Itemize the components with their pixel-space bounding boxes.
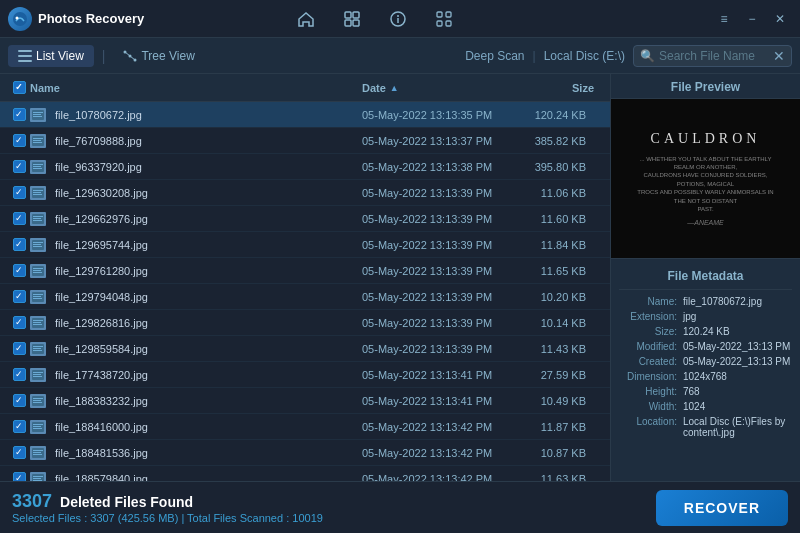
file-size: 10.49 KB xyxy=(541,395,594,407)
deep-scan-label: Deep Scan xyxy=(465,49,524,63)
svg-rect-80 xyxy=(33,480,42,481)
row-checkbox[interactable] xyxy=(13,446,26,459)
svg-rect-54 xyxy=(33,320,43,321)
scan-divider: | xyxy=(533,49,536,63)
row-checkbox[interactable] xyxy=(13,264,26,277)
svg-rect-9 xyxy=(437,12,442,17)
file-date: 05-May-2022 13:13:39 PM xyxy=(362,317,522,329)
col-size-label: Size xyxy=(572,82,594,94)
file-name: file_177438720.jpg xyxy=(55,369,362,381)
meta-label: Modified: xyxy=(619,341,683,352)
table-row[interactable]: file_129761280.jpg 05-May-2022 13:13:39 … xyxy=(0,258,610,284)
list-view-tab[interactable]: List View xyxy=(8,45,94,67)
row-checkbox[interactable] xyxy=(13,134,26,147)
main-layout: Name Date ▲ Size file_10780672.jpg 05-Ma… xyxy=(0,74,800,481)
file-icon xyxy=(30,186,46,200)
home-nav-btn[interactable] xyxy=(292,5,320,33)
file-icon xyxy=(30,264,46,278)
recover-button[interactable]: RECOVER xyxy=(656,490,788,526)
row-checkbox[interactable] xyxy=(13,342,26,355)
row-checkbox[interactable] xyxy=(13,316,26,329)
toolbar: List View | Tree View Deep Scan | Local … xyxy=(0,38,800,74)
file-list-body[interactable]: file_10780672.jpg 05-May-2022 13:13:35 P… xyxy=(0,102,610,481)
svg-rect-74 xyxy=(33,450,43,451)
metadata-row: Location: Local Disc (E:\)Files by conte… xyxy=(619,416,792,438)
col-size-header[interactable]: Size xyxy=(522,82,602,94)
row-checkbox[interactable] xyxy=(13,368,26,381)
table-row[interactable]: file_76709888.jpg 05-May-2022 13:13:37 P… xyxy=(0,128,610,154)
col-name-header[interactable]: Name xyxy=(30,82,362,94)
tree-view-tab[interactable]: Tree View xyxy=(113,45,204,67)
search-input[interactable] xyxy=(659,49,769,63)
file-size: 10.14 KB xyxy=(541,317,594,329)
svg-rect-72 xyxy=(33,428,42,429)
row-checkbox[interactable] xyxy=(13,472,26,481)
svg-rect-52 xyxy=(33,298,42,299)
row-checkbox[interactable] xyxy=(13,212,26,225)
list-view-label: List View xyxy=(36,49,84,63)
svg-rect-55 xyxy=(33,322,41,323)
table-row[interactable]: file_129794048.jpg 05-May-2022 13:13:39 … xyxy=(0,284,610,310)
table-row[interactable]: file_129695744.jpg 05-May-2022 13:13:39 … xyxy=(0,232,610,258)
metadata-rows: Name: file_10780672.jpg Extension: jpg S… xyxy=(619,296,792,438)
file-date: 05-May-2022 13:13:41 PM xyxy=(362,395,522,407)
file-name: file_188383232.jpg xyxy=(55,395,362,407)
file-date: 05-May-2022 13:13:41 PM xyxy=(362,369,522,381)
svg-rect-34 xyxy=(33,190,43,191)
svg-rect-60 xyxy=(33,350,42,351)
row-checkbox[interactable] xyxy=(13,394,26,407)
file-size: 27.59 KB xyxy=(541,369,594,381)
svg-rect-10 xyxy=(446,12,451,17)
table-row[interactable]: file_10780672.jpg 05-May-2022 13:13:35 P… xyxy=(0,102,610,128)
table-row[interactable]: file_129662976.jpg 05-May-2022 13:13:39 … xyxy=(0,206,610,232)
minimize-btn[interactable]: − xyxy=(740,7,764,31)
row-checkbox[interactable] xyxy=(13,420,26,433)
title-nav xyxy=(263,5,488,33)
file-icon xyxy=(30,160,46,174)
file-name: file_188416000.jpg xyxy=(55,421,362,433)
col-date-header[interactable]: Date ▲ xyxy=(362,82,522,94)
file-name: file_129859584.jpg xyxy=(55,343,362,355)
file-name: file_129826816.jpg xyxy=(55,317,362,329)
table-row[interactable]: file_129826816.jpg 05-May-2022 13:13:39 … xyxy=(0,310,610,336)
file-name: file_129794048.jpg xyxy=(55,291,362,303)
table-row[interactable]: file_96337920.jpg 05-May-2022 13:13:38 P… xyxy=(0,154,610,180)
svg-rect-50 xyxy=(33,294,43,295)
file-date: 05-May-2022 13:13:39 PM xyxy=(362,265,522,277)
file-icon xyxy=(30,420,46,434)
row-checkbox[interactable] xyxy=(13,238,26,251)
svg-rect-36 xyxy=(33,194,42,195)
svg-rect-31 xyxy=(33,166,41,167)
file-icon xyxy=(30,472,46,482)
svg-rect-75 xyxy=(33,452,41,453)
table-row[interactable]: file_129630208.jpg 05-May-2022 13:13:39 … xyxy=(0,180,610,206)
svg-rect-48 xyxy=(33,272,42,273)
meta-label: Size: xyxy=(619,326,683,337)
footer-label: Deleted Files Found xyxy=(60,494,193,510)
svg-rect-12 xyxy=(446,21,451,26)
file-list-header: Name Date ▲ Size xyxy=(0,74,610,102)
table-row[interactable]: file_188579840.jpg 05-May-2022 13:13:42 … xyxy=(0,466,610,481)
row-checkbox[interactable] xyxy=(13,160,26,173)
apps-nav-btn[interactable] xyxy=(430,5,458,33)
svg-rect-66 xyxy=(33,398,43,399)
table-row[interactable]: file_188481536.jpg 05-May-2022 13:13:42 … xyxy=(0,440,610,466)
file-size: 395.80 KB xyxy=(535,161,594,173)
search-box[interactable]: 🔍 ✕ xyxy=(633,45,792,67)
table-row[interactable]: file_129859584.jpg 05-May-2022 13:13:39 … xyxy=(0,336,610,362)
info-nav-btn[interactable] xyxy=(384,5,412,33)
svg-rect-76 xyxy=(33,454,42,455)
local-disc-label: Local Disc (E:\) xyxy=(544,49,625,63)
table-row[interactable]: file_188416000.jpg 05-May-2022 13:13:42 … xyxy=(0,414,610,440)
row-checkbox[interactable] xyxy=(13,290,26,303)
table-row[interactable]: file_177438720.jpg 05-May-2022 13:13:41 … xyxy=(0,362,610,388)
scan-nav-btn[interactable] xyxy=(338,5,366,33)
svg-line-20 xyxy=(130,56,135,60)
row-checkbox[interactable] xyxy=(13,108,26,121)
table-row[interactable]: file_188383232.jpg 05-May-2022 13:13:41 … xyxy=(0,388,610,414)
select-all-checkbox[interactable] xyxy=(13,81,26,94)
row-checkbox[interactable] xyxy=(13,186,26,199)
close-btn[interactable]: ✕ xyxy=(768,7,792,31)
search-clear-btn[interactable]: ✕ xyxy=(773,48,785,64)
menu-btn[interactable]: ≡ xyxy=(712,7,736,31)
